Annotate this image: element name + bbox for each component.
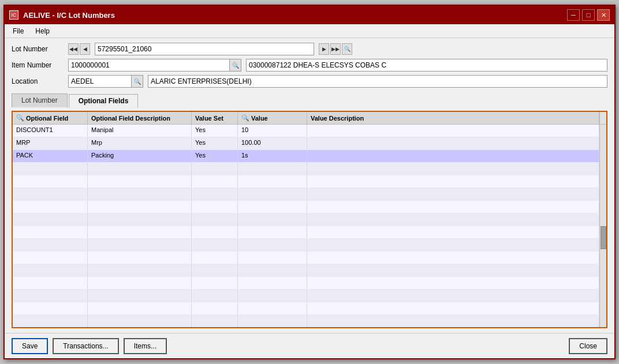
cell-empty <box>238 188 307 200</box>
items-button[interactable]: Items... <box>124 338 167 354</box>
cell-empty <box>307 175 599 187</box>
cell-empty <box>192 213 238 226</box>
table-row-empty[interactable] <box>13 277 599 290</box>
cell-empty <box>192 226 238 238</box>
cell-optional-field: MRP <box>13 137 88 149</box>
footer: Save Transactions... Items... Close <box>5 333 614 358</box>
cell-empty <box>192 175 238 187</box>
title-bar: IC AELIVE - I/C Lot Numbers ─ □ ✕ <box>5 6 614 24</box>
cell-empty <box>13 213 88 226</box>
nav-last-button[interactable]: ▶▶ <box>330 43 341 55</box>
optional-fields-grid: 🔍 Optional Field Optional Field Descript… <box>12 111 607 328</box>
cell-empty <box>238 252 307 264</box>
table-row-empty[interactable] <box>13 290 599 302</box>
transactions-button[interactable]: Transactions... <box>53 338 118 354</box>
cell-empty <box>13 239 88 251</box>
maximize-button[interactable]: □ <box>582 9 595 21</box>
table-row[interactable]: MRP Mrp Yes 100.00 <box>13 137 599 150</box>
cell-empty <box>238 226 307 238</box>
table-row-empty[interactable] <box>13 226 599 239</box>
col-header-value-desc: Value Description <box>307 112 599 124</box>
cell-empty <box>88 239 192 251</box>
cell-empty <box>192 252 238 264</box>
menu-help[interactable]: Help <box>29 26 55 36</box>
location-search-button[interactable]: 🔍 <box>132 75 143 88</box>
location-description-field <box>148 75 607 88</box>
grid-scrollbar[interactable] <box>599 125 606 327</box>
cell-empty <box>192 239 238 251</box>
table-row-empty[interactable] <box>13 264 599 277</box>
cell-empty <box>192 163 238 175</box>
cell-empty <box>238 315 307 327</box>
cell-empty <box>13 201 88 213</box>
col-search-icon-optional[interactable]: 🔍 <box>16 114 24 122</box>
table-row-empty[interactable] <box>13 201 599 213</box>
menu-file[interactable]: File <box>7 26 29 36</box>
cell-empty <box>13 264 88 276</box>
window-close-button[interactable]: ✕ <box>597 9 610 21</box>
table-row-empty[interactable] <box>13 315 599 327</box>
cell-empty <box>192 201 238 213</box>
col-search-icon-value[interactable]: 🔍 <box>241 114 249 122</box>
lot-number-input[interactable] <box>95 43 314 55</box>
cell-description: Manipal <box>88 125 192 137</box>
cell-description: Mrp <box>88 137 192 149</box>
cell-empty <box>192 315 238 327</box>
tab-optional-fields[interactable]: Optional Fields <box>69 94 139 108</box>
table-row-empty[interactable] <box>13 239 599 252</box>
table-row-empty[interactable] <box>13 175 599 188</box>
cell-empty <box>307 239 599 251</box>
table-row-empty[interactable] <box>13 252 599 264</box>
minimize-button[interactable]: ─ <box>567 9 580 21</box>
cell-value-desc <box>307 150 599 162</box>
cell-value-desc <box>307 137 599 149</box>
lot-nav-controls-right: ▶ ▶▶ 🔍 <box>319 43 352 55</box>
nav-prev-button[interactable]: ◀ <box>80 43 90 55</box>
cell-empty <box>13 277 88 289</box>
content-area: Lot Number ◀◀ ◀ ▶ ▶▶ 🔍 Item Number 🔍 Loc… <box>5 38 614 333</box>
window-controls: ─ □ ✕ <box>567 9 610 21</box>
cell-empty <box>88 277 192 289</box>
table-row[interactable]: PACK Packing Yes 1s <box>13 150 599 163</box>
nav-next-button[interactable]: ▶ <box>319 43 329 55</box>
item-search-button[interactable]: 🔍 <box>230 59 241 72</box>
cell-empty <box>88 188 192 200</box>
table-row-empty[interactable] <box>13 213 599 226</box>
cell-empty <box>238 201 307 213</box>
item-description-field <box>246 59 607 72</box>
cell-empty <box>307 264 599 276</box>
cell-empty <box>88 302 192 314</box>
location-input[interactable] <box>68 75 132 88</box>
lot-nav-controls: ◀◀ ◀ <box>68 43 90 55</box>
window-title: AELIVE - I/C Lot Numbers <box>23 11 562 20</box>
cell-empty <box>88 201 192 213</box>
cell-optional-field: DISCOUNT1 <box>13 125 88 137</box>
cell-empty <box>307 188 599 200</box>
table-row-empty[interactable] <box>13 188 599 201</box>
item-number-row: Item Number 🔍 <box>12 59 607 72</box>
close-button[interactable]: Close <box>569 338 607 354</box>
cell-empty <box>307 201 599 213</box>
table-row[interactable]: DISCOUNT1 Manipal Yes 10 <box>13 125 599 137</box>
lot-search-button[interactable]: 🔍 <box>342 43 352 55</box>
cell-empty <box>238 239 307 251</box>
nav-first-button[interactable]: ◀◀ <box>68 43 79 55</box>
lot-number-label: Lot Number <box>12 45 64 53</box>
scrollbar-thumb[interactable] <box>601 226 606 249</box>
header-scrollbar-spacer <box>599 112 606 124</box>
cell-empty <box>307 252 599 264</box>
table-row-empty[interactable] <box>13 302 599 315</box>
cell-value-desc <box>307 125 599 137</box>
item-number-input[interactable] <box>68 59 230 72</box>
cell-empty <box>88 226 192 238</box>
tab-lot-number[interactable]: Lot Number <box>12 93 68 107</box>
item-number-label: Item Number <box>12 61 64 69</box>
table-row-empty[interactable] <box>13 163 599 175</box>
grid-body: DISCOUNT1 Manipal Yes 10 MRP Mrp Yes 100… <box>13 125 599 327</box>
cell-empty <box>307 315 599 327</box>
save-button[interactable]: Save <box>12 338 48 354</box>
col-header-description: Optional Field Description <box>88 112 192 124</box>
cell-empty <box>307 213 599 226</box>
cell-empty <box>307 302 599 314</box>
location-input-group: 🔍 <box>68 75 143 88</box>
